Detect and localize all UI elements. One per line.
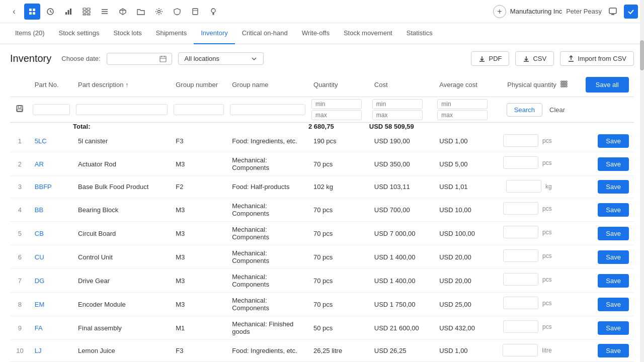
physqty-input[interactable]: [503, 226, 538, 238]
filter-qty-min[interactable]: [311, 99, 362, 109]
filter-grpnum[interactable]: [171, 97, 227, 123]
row-cost: USD 103,11: [369, 176, 434, 198]
svg-line-6: [50, 12, 52, 13]
scrollbar-track[interactable]: [640, 0, 644, 362]
physqty-input[interactable]: [503, 134, 538, 147]
save-row-button[interactable]: Save: [598, 203, 629, 217]
svg-rect-8: [68, 10, 69, 15]
app-icon-active[interactable]: [24, 4, 40, 20]
filter-cost-max[interactable]: [372, 110, 423, 120]
row-action: Save: [576, 176, 634, 198]
filter-desc[interactable]: [73, 97, 171, 123]
physqty-grid-icon[interactable]: [559, 79, 569, 90]
scrollbar-thumb[interactable]: [640, 40, 644, 70]
notifications-icon[interactable]: [606, 5, 620, 19]
back-icon[interactable]: ‹: [6, 4, 22, 20]
app-icon-folder[interactable]: [133, 4, 149, 20]
save-row-button[interactable]: Save: [598, 157, 629, 171]
filter-grpname-input[interactable]: [230, 104, 305, 115]
app-bar: ‹ + Manufacturing Inc Peter Peasy: [0, 0, 644, 23]
save-row-button[interactable]: Save: [598, 250, 629, 264]
tab-stock-movement[interactable]: Stock movement: [337, 23, 399, 44]
app-icon-cube[interactable]: [115, 4, 131, 20]
tab-statistics[interactable]: Statistics: [399, 23, 440, 44]
user-name: Peter Peasy: [566, 8, 602, 15]
tab-writeoffs[interactable]: Write-offs: [295, 23, 337, 44]
tab-items[interactable]: Items (20): [8, 23, 52, 44]
app-icon-gear[interactable]: [151, 4, 167, 20]
svg-rect-53: [17, 109, 22, 111]
row-cost: USD 350,00: [369, 152, 434, 176]
tab-stock-settings[interactable]: Stock settings: [52, 23, 107, 44]
filter-grpnum-input[interactable]: [174, 104, 224, 115]
row-num: 3: [10, 176, 30, 198]
row-num: 2: [10, 152, 30, 176]
filter-partno-input[interactable]: [33, 104, 70, 115]
filter-desc-input[interactable]: [76, 104, 168, 115]
app-icon-clock[interactable]: [42, 4, 58, 20]
tab-stock-lots[interactable]: Stock lots: [106, 23, 148, 44]
physqty-input[interactable]: [503, 344, 538, 356]
search-button[interactable]: Search: [507, 103, 542, 117]
app-icon-grid[interactable]: [78, 4, 95, 20]
svg-rect-50: [566, 85, 567, 87]
pdf-button[interactable]: PDF: [471, 51, 509, 66]
app-icon-list[interactable]: [97, 4, 113, 20]
save-row-button[interactable]: Save: [598, 344, 629, 357]
row-grpnum: M3: [171, 222, 227, 245]
filter-save-icon-cell: [10, 97, 30, 123]
svg-rect-51: [17, 106, 23, 112]
csv-button[interactable]: CSV: [515, 51, 554, 66]
save-row-button[interactable]: Save: [598, 274, 629, 288]
save-row-button[interactable]: Save: [598, 298, 629, 311]
row-action: Save: [576, 293, 634, 316]
save-row-button[interactable]: Save: [598, 180, 629, 194]
tab-critical[interactable]: Critical on-hand: [235, 23, 295, 44]
filter-save-icon[interactable]: [16, 106, 24, 114]
table-row: 4 BB Bearing Block M3 Mechanical: Compon…: [10, 198, 634, 222]
app-icon-chart[interactable]: [60, 4, 76, 20]
physqty-unit: pcs: [542, 229, 552, 236]
check-icon[interactable]: [624, 5, 638, 19]
location-select[interactable]: All locations: [178, 52, 264, 65]
row-partno: EM: [30, 293, 73, 316]
save-row-button[interactable]: Save: [598, 321, 629, 335]
filter-avgcost-min[interactable]: [437, 99, 488, 109]
physqty-input[interactable]: [503, 297, 538, 309]
physqty-input[interactable]: [503, 249, 538, 262]
date-picker[interactable]: [107, 53, 172, 65]
app-icon-shield[interactable]: [169, 4, 185, 20]
save-row-button[interactable]: Save: [598, 227, 629, 240]
tab-shipments[interactable]: Shipments: [149, 23, 194, 44]
col-header-cost: Cost: [369, 73, 434, 97]
svg-rect-23: [193, 9, 198, 15]
tab-inventory[interactable]: Inventory: [194, 23, 234, 44]
filter-grpname[interactable]: [227, 97, 308, 123]
physqty-unit: pcs: [542, 252, 552, 259]
app-icon-bulb[interactable]: [205, 4, 221, 20]
row-avgcost: USD 20,00: [434, 245, 499, 269]
filter-cost-min[interactable]: [372, 99, 423, 109]
company-name: Manufacturing Inc: [510, 8, 562, 15]
save-row-button[interactable]: Save: [598, 134, 629, 148]
row-grpnum: M3: [171, 293, 227, 316]
row-desc: Base Bulk Food Product: [73, 176, 171, 198]
physqty-input[interactable]: [503, 202, 538, 215]
filter-qty-max[interactable]: [311, 110, 362, 120]
row-partno: 5LC: [30, 130, 73, 152]
physqty-input[interactable]: [503, 320, 538, 333]
save-all-button[interactable]: Save all: [586, 77, 629, 93]
filter-search-buttons: Search Clear: [500, 97, 577, 123]
filter-avgcost-max[interactable]: [437, 110, 488, 120]
filter-partno[interactable]: [30, 97, 73, 123]
row-partno: LJ: [30, 340, 73, 362]
new-item-button[interactable]: +: [493, 5, 506, 18]
app-icon-box[interactable]: [187, 4, 203, 20]
col-header-desc[interactable]: Part description ↑: [73, 73, 171, 97]
clear-button[interactable]: Clear: [545, 104, 569, 116]
physqty-input[interactable]: [503, 273, 538, 286]
import-csv-button[interactable]: Import from CSV: [560, 51, 634, 66]
physqty-input[interactable]: [503, 156, 538, 169]
physqty-input[interactable]: [506, 180, 541, 193]
physqty-unit: pcs: [542, 159, 552, 166]
